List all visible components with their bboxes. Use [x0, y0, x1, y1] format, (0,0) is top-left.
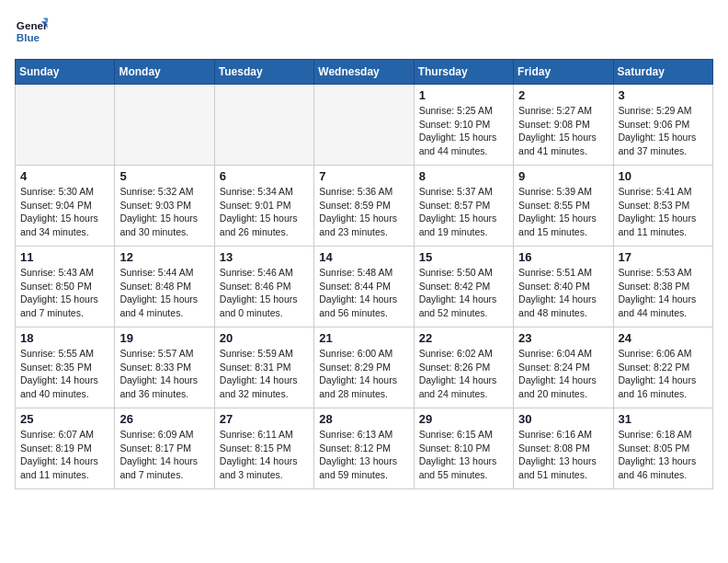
- svg-text:General: General: [17, 19, 48, 31]
- calendar-cell: 22Sunrise: 6:02 AMSunset: 8:26 PMDayligh…: [414, 327, 513, 408]
- day-number: 19: [119, 331, 209, 345]
- day-info: Sunrise: 5:50 AMSunset: 8:42 PMDaylight:…: [419, 266, 508, 320]
- calendar-cell: 3Sunrise: 5:29 AMSunset: 9:06 PMDaylight…: [613, 85, 712, 166]
- day-info: Sunrise: 5:39 AMSunset: 8:55 PMDaylight:…: [518, 185, 608, 239]
- calendar-cell: 8Sunrise: 5:37 AMSunset: 8:57 PMDaylight…: [414, 166, 513, 247]
- calendar-cell: 6Sunrise: 5:34 AMSunset: 9:01 PMDaylight…: [214, 166, 313, 247]
- day-number: 13: [220, 250, 309, 264]
- day-info: Sunrise: 5:48 AMSunset: 8:44 PMDaylight:…: [319, 266, 408, 320]
- day-info: Sunrise: 5:59 AMSunset: 8:31 PMDaylight:…: [220, 347, 309, 401]
- day-info: Sunrise: 5:51 AMSunset: 8:40 PMDaylight:…: [518, 266, 608, 320]
- day-number: 14: [319, 250, 408, 264]
- day-info: Sunrise: 5:37 AMSunset: 8:57 PMDaylight:…: [419, 185, 508, 239]
- calendar-cell: 19Sunrise: 5:57 AMSunset: 8:33 PMDayligh…: [115, 327, 214, 408]
- day-number: 5: [119, 169, 209, 183]
- day-info: Sunrise: 6:04 AMSunset: 8:24 PMDaylight:…: [518, 347, 608, 401]
- calendar-cell: 1Sunrise: 5:25 AMSunset: 9:10 PMDaylight…: [414, 85, 513, 166]
- day-info: Sunrise: 6:06 AMSunset: 8:22 PMDaylight:…: [619, 347, 708, 401]
- weekday-header-saturday: Saturday: [613, 60, 712, 85]
- day-info: Sunrise: 5:30 AMSunset: 9:04 PMDaylight:…: [20, 185, 109, 239]
- day-number: 29: [419, 412, 508, 426]
- logo: General Blue: [15, 15, 48, 48]
- day-number: 3: [619, 88, 708, 102]
- calendar-cell: 29Sunrise: 6:15 AMSunset: 8:10 PMDayligh…: [414, 408, 513, 489]
- calendar-cell: 2Sunrise: 5:27 AMSunset: 9:08 PMDaylight…: [514, 85, 613, 166]
- day-info: Sunrise: 6:11 AMSunset: 8:15 PMDaylight:…: [220, 428, 309, 482]
- calendar-cell: 18Sunrise: 5:55 AMSunset: 8:35 PMDayligh…: [16, 327, 115, 408]
- day-info: Sunrise: 6:13 AMSunset: 8:12 PMDaylight:…: [319, 428, 408, 482]
- day-info: Sunrise: 5:46 AMSunset: 8:46 PMDaylight:…: [220, 266, 309, 320]
- day-info: Sunrise: 5:43 AMSunset: 8:50 PMDaylight:…: [20, 266, 109, 320]
- day-info: Sunrise: 5:53 AMSunset: 8:38 PMDaylight:…: [619, 266, 708, 320]
- day-info: Sunrise: 6:02 AMSunset: 8:26 PMDaylight:…: [419, 347, 508, 401]
- day-number: 20: [220, 331, 309, 345]
- calendar-cell: 13Sunrise: 5:46 AMSunset: 8:46 PMDayligh…: [214, 247, 313, 327]
- calendar-cell: 15Sunrise: 5:50 AMSunset: 8:42 PMDayligh…: [414, 247, 513, 327]
- day-info: Sunrise: 6:00 AMSunset: 8:29 PMDaylight:…: [319, 347, 408, 401]
- day-number: 9: [518, 169, 608, 183]
- weekday-header-monday: Monday: [115, 60, 214, 85]
- day-info: Sunrise: 5:41 AMSunset: 8:53 PMDaylight:…: [619, 185, 708, 239]
- calendar-cell: 28Sunrise: 6:13 AMSunset: 8:12 PMDayligh…: [314, 408, 414, 489]
- weekday-header-wednesday: Wednesday: [314, 60, 414, 85]
- day-number: 16: [518, 250, 608, 264]
- day-info: Sunrise: 6:16 AMSunset: 8:08 PMDaylight:…: [518, 428, 608, 482]
- day-info: Sunrise: 5:36 AMSunset: 8:59 PMDaylight:…: [319, 185, 408, 239]
- day-number: 25: [20, 412, 109, 426]
- day-info: Sunrise: 6:07 AMSunset: 8:19 PMDaylight:…: [20, 428, 109, 482]
- calendar-cell: 12Sunrise: 5:44 AMSunset: 8:48 PMDayligh…: [115, 247, 214, 327]
- weekday-header-row: SundayMondayTuesdayWednesdayThursdayFrid…: [16, 60, 713, 85]
- week-row-2: 4Sunrise: 5:30 AMSunset: 9:04 PMDaylight…: [16, 166, 713, 247]
- day-info: Sunrise: 6:09 AMSunset: 8:17 PMDaylight:…: [119, 428, 209, 482]
- svg-text:Blue: Blue: [17, 31, 40, 43]
- calendar-cell: 31Sunrise: 6:18 AMSunset: 8:05 PMDayligh…: [613, 408, 712, 489]
- calendar-cell: 26Sunrise: 6:09 AMSunset: 8:17 PMDayligh…: [115, 408, 214, 489]
- calendar-table: SundayMondayTuesdayWednesdayThursdayFrid…: [15, 59, 713, 489]
- day-number: 21: [319, 331, 408, 345]
- day-info: Sunrise: 5:57 AMSunset: 8:33 PMDaylight:…: [119, 347, 209, 401]
- calendar-cell: 25Sunrise: 6:07 AMSunset: 8:19 PMDayligh…: [16, 408, 115, 489]
- weekday-header-tuesday: Tuesday: [214, 60, 313, 85]
- calendar-cell: 17Sunrise: 5:53 AMSunset: 8:38 PMDayligh…: [613, 247, 712, 327]
- calendar-body: 1Sunrise: 5:25 AMSunset: 9:10 PMDaylight…: [16, 85, 713, 489]
- calendar-cell: 14Sunrise: 5:48 AMSunset: 8:44 PMDayligh…: [314, 247, 414, 327]
- day-number: 30: [518, 412, 608, 426]
- day-number: 22: [419, 331, 508, 345]
- day-info: Sunrise: 5:34 AMSunset: 9:01 PMDaylight:…: [220, 185, 309, 239]
- day-number: 1: [419, 88, 508, 102]
- day-number: 4: [20, 169, 109, 183]
- calendar-cell: 30Sunrise: 6:16 AMSunset: 8:08 PMDayligh…: [514, 408, 613, 489]
- day-number: 2: [518, 88, 608, 102]
- day-number: 12: [119, 250, 209, 264]
- day-number: 15: [419, 250, 508, 264]
- day-info: Sunrise: 5:27 AMSunset: 9:08 PMDaylight:…: [518, 104, 608, 158]
- calendar-cell: 9Sunrise: 5:39 AMSunset: 8:55 PMDaylight…: [514, 166, 613, 247]
- day-number: 26: [119, 412, 209, 426]
- calendar-cell: 16Sunrise: 5:51 AMSunset: 8:40 PMDayligh…: [514, 247, 613, 327]
- weekday-header-thursday: Thursday: [414, 60, 513, 85]
- day-number: 27: [220, 412, 309, 426]
- calendar-cell: [115, 85, 214, 166]
- day-number: 8: [419, 169, 508, 183]
- day-info: Sunrise: 5:44 AMSunset: 8:48 PMDaylight:…: [119, 266, 209, 320]
- day-number: 24: [619, 331, 708, 345]
- calendar-cell: 20Sunrise: 5:59 AMSunset: 8:31 PMDayligh…: [214, 327, 313, 408]
- calendar-cell: 21Sunrise: 6:00 AMSunset: 8:29 PMDayligh…: [314, 327, 414, 408]
- day-number: 11: [20, 250, 109, 264]
- weekday-header-sunday: Sunday: [16, 60, 115, 85]
- calendar-cell: 10Sunrise: 5:41 AMSunset: 8:53 PMDayligh…: [613, 166, 712, 247]
- calendar-cell: 24Sunrise: 6:06 AMSunset: 8:22 PMDayligh…: [613, 327, 712, 408]
- day-number: 10: [619, 169, 708, 183]
- day-info: Sunrise: 6:15 AMSunset: 8:10 PMDaylight:…: [419, 428, 508, 482]
- week-row-3: 11Sunrise: 5:43 AMSunset: 8:50 PMDayligh…: [16, 247, 713, 327]
- day-number: 17: [619, 250, 708, 264]
- day-number: 23: [518, 331, 608, 345]
- calendar-cell: 27Sunrise: 6:11 AMSunset: 8:15 PMDayligh…: [214, 408, 313, 489]
- weekday-header-friday: Friday: [514, 60, 613, 85]
- calendar-cell: [314, 85, 414, 166]
- calendar-cell: [16, 85, 115, 166]
- day-info: Sunrise: 5:55 AMSunset: 8:35 PMDaylight:…: [20, 347, 109, 401]
- day-info: Sunrise: 5:25 AMSunset: 9:10 PMDaylight:…: [419, 104, 508, 158]
- day-number: 6: [220, 169, 309, 183]
- day-number: 31: [619, 412, 708, 426]
